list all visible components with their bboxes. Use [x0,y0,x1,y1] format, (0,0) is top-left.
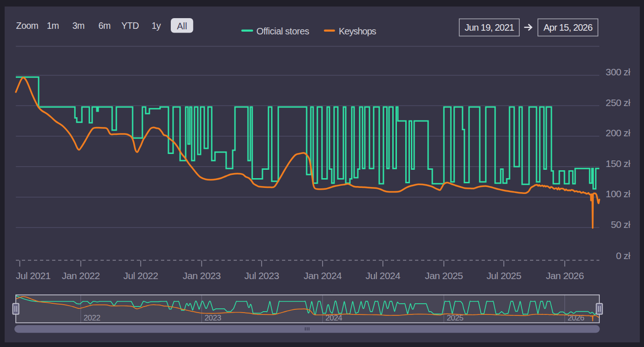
svg-text:1y: 1y [152,20,161,31]
svg-text:Jan 2025: Jan 2025 [425,270,463,281]
svg-text:Jul 2022: Jul 2022 [123,270,158,281]
svg-text:2022: 2022 [84,314,101,322]
svg-text:Jan 2022: Jan 2022 [62,270,100,281]
svg-text:Jun 19, 2021: Jun 19, 2021 [464,22,514,33]
svg-text:All: All [177,21,187,31]
svg-text:Jan 2026: Jan 2026 [546,270,584,281]
svg-text:Jul 2025: Jul 2025 [486,270,521,281]
svg-text:6m: 6m [98,20,110,31]
svg-text:Apr 15, 2026: Apr 15, 2026 [543,22,593,33]
svg-text:2023: 2023 [204,314,221,322]
svg-text:300 zł: 300 zł [606,67,631,77]
svg-text:0 zł: 0 zł [616,250,631,261]
svg-text:250 zł: 250 zł [606,97,631,108]
svg-text:150 zł: 150 zł [606,158,631,169]
svg-text:50 zł: 50 zł [611,219,631,230]
svg-text:Official stores: Official stores [256,26,309,36]
svg-text:Jul 2024: Jul 2024 [366,270,401,281]
svg-text:Keyshops: Keyshops [339,26,376,36]
svg-text:3m: 3m [72,20,84,31]
svg-text:Jan 2024: Jan 2024 [303,270,342,281]
svg-text:Jul 2023: Jul 2023 [244,270,279,281]
svg-text:Zoom: Zoom [16,20,39,31]
svg-text:YTD: YTD [121,20,139,31]
svg-text:100 zł: 100 zł [606,188,631,199]
svg-text:200 zł: 200 zł [606,127,631,138]
svg-text:1m: 1m [47,20,59,31]
svg-text:Jan 2023: Jan 2023 [183,270,221,281]
svg-text:Jul 2021: Jul 2021 [16,270,51,281]
